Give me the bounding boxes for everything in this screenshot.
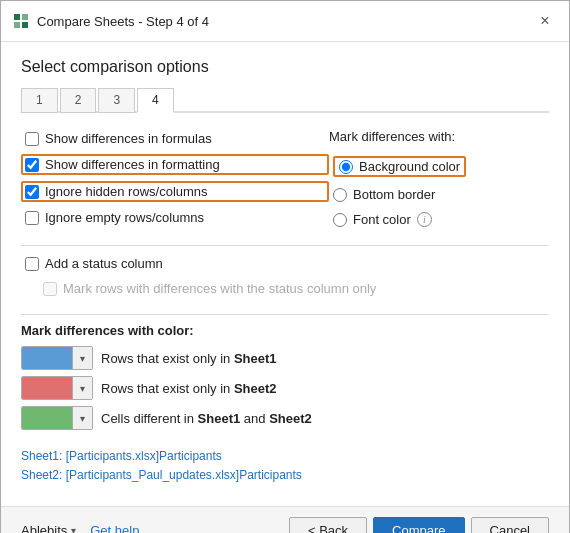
svg-rect-1 bbox=[22, 14, 28, 20]
bottom-border-label: Bottom border bbox=[353, 187, 435, 202]
ignore-empty-checkbox[interactable] bbox=[25, 211, 39, 225]
sheet2-color-swatch bbox=[22, 376, 72, 400]
sheet2-color-label: Rows that exist only in Sheet2 bbox=[101, 381, 277, 396]
bg-color-radio[interactable] bbox=[339, 160, 353, 174]
back-button[interactable]: < Back bbox=[289, 517, 367, 533]
sheet1-color-label: Rows that exist only in Sheet1 bbox=[101, 351, 277, 366]
dialog: Compare Sheets - Step 4 of 4 × Select co… bbox=[0, 0, 570, 533]
sheet2-info-link[interactable]: Sheet2: [Participants_Paul_updates.xlsx]… bbox=[21, 468, 302, 482]
font-color-radio-row: Font color i bbox=[329, 210, 549, 229]
bottom-border-radio-row: Bottom border bbox=[329, 185, 549, 204]
mark-rows-label: Mark rows with differences with the stat… bbox=[63, 281, 376, 296]
add-status-row: Add a status column bbox=[21, 254, 549, 273]
color-row-sheet1: ▾ Rows that exist only in Sheet1 bbox=[21, 346, 549, 370]
ignore-empty-label: Ignore empty rows/columns bbox=[45, 210, 204, 225]
color-row-sheet2: ▾ Rows that exist only in Sheet2 bbox=[21, 376, 549, 400]
sheet1-color-button[interactable]: ▾ bbox=[21, 346, 93, 370]
separator-1 bbox=[21, 245, 549, 246]
bg-color-highlight: Background color bbox=[333, 156, 466, 177]
add-status-label: Add a status column bbox=[45, 256, 163, 271]
color-section-title: Mark differences with color: bbox=[21, 323, 549, 338]
footer-right: < Back Compare Cancel bbox=[289, 517, 549, 533]
sheet1-info-link[interactable]: Sheet1: [Participants.xlsx]Participants bbox=[21, 449, 222, 463]
diff-sheet2-bold: Sheet2 bbox=[269, 411, 312, 426]
svg-rect-3 bbox=[22, 22, 28, 28]
footer-left: Ablebits ▾ Get help bbox=[21, 523, 139, 533]
ablebits-label: Ablebits bbox=[21, 523, 67, 533]
separator-2 bbox=[21, 314, 549, 315]
page-title: Select comparison options bbox=[21, 58, 549, 76]
mark-differences-label: Mark differences with: bbox=[329, 129, 549, 144]
tab-3[interactable]: 3 bbox=[98, 88, 135, 113]
color-section: Mark differences with color: ▾ Rows that… bbox=[21, 323, 549, 436]
close-button[interactable]: × bbox=[533, 9, 557, 33]
ignore-hidden-row: Ignore hidden rows/columns bbox=[21, 181, 329, 202]
diff-color-swatch bbox=[22, 406, 72, 430]
show-formatting-checkbox[interactable] bbox=[25, 158, 39, 172]
mark-rows-checkbox[interactable] bbox=[43, 282, 57, 296]
title-bar-left: Compare Sheets - Step 4 of 4 bbox=[13, 13, 209, 29]
ignore-hidden-checkbox[interactable] bbox=[25, 185, 39, 199]
sheet2-bold: Sheet2 bbox=[234, 381, 277, 396]
show-formatting-row: Show differences in formatting bbox=[21, 154, 329, 175]
tab-1[interactable]: 1 bbox=[21, 88, 58, 113]
tab-4[interactable]: 4 bbox=[137, 88, 174, 113]
dialog-content: Select comparison options 1 2 3 4 Show d… bbox=[1, 42, 569, 506]
svg-rect-0 bbox=[14, 14, 20, 20]
font-color-info-icon: i bbox=[417, 212, 432, 227]
bg-color-radio-row: Background color bbox=[329, 154, 549, 179]
sheet1-color-swatch bbox=[22, 346, 72, 370]
font-color-label: Font color bbox=[353, 212, 411, 227]
ablebits-dropdown-arrow: ▾ bbox=[71, 525, 76, 533]
tab-2[interactable]: 2 bbox=[60, 88, 97, 113]
options-columns: Show differences in formulas Show differ… bbox=[21, 129, 549, 229]
bg-color-label: Background color bbox=[359, 159, 460, 174]
left-column: Show differences in formulas Show differ… bbox=[21, 129, 329, 229]
app-icon bbox=[13, 13, 29, 29]
bottom-border-radio[interactable] bbox=[333, 188, 347, 202]
ignore-hidden-label: Ignore hidden rows/columns bbox=[45, 184, 208, 199]
status-section: Add a status column Mark rows with diffe… bbox=[21, 254, 549, 298]
ablebits-brand[interactable]: Ablebits ▾ bbox=[21, 523, 76, 533]
diff-sheet1-bold: Sheet1 bbox=[198, 411, 241, 426]
svg-rect-2 bbox=[14, 22, 20, 28]
info-section: Sheet1: [Participants.xlsx]Participants … bbox=[21, 448, 549, 482]
show-formulas-row: Show differences in formulas bbox=[21, 129, 329, 148]
diff-color-button[interactable]: ▾ bbox=[21, 406, 93, 430]
sheet1-bold: Sheet1 bbox=[234, 351, 277, 366]
diff-color-label: Cells different in Sheet1 and Sheet2 bbox=[101, 411, 312, 426]
title-bar: Compare Sheets - Step 4 of 4 × bbox=[1, 1, 569, 42]
font-color-radio[interactable] bbox=[333, 213, 347, 227]
footer: Ablebits ▾ Get help < Back Compare Cance… bbox=[1, 506, 569, 533]
diff-color-dropdown-arrow: ▾ bbox=[72, 406, 92, 430]
color-row-diff: ▾ Cells different in Sheet1 and Sheet2 bbox=[21, 406, 549, 430]
sheet2-color-button[interactable]: ▾ bbox=[21, 376, 93, 400]
sheet1-color-dropdown-arrow: ▾ bbox=[72, 346, 92, 370]
dialog-title: Compare Sheets - Step 4 of 4 bbox=[37, 14, 209, 29]
sheet2-color-dropdown-arrow: ▾ bbox=[72, 376, 92, 400]
cancel-button[interactable]: Cancel bbox=[471, 517, 549, 533]
show-formulas-label: Show differences in formulas bbox=[45, 131, 212, 146]
right-column: Mark differences with: Background color … bbox=[329, 129, 549, 229]
mark-rows-row: Mark rows with differences with the stat… bbox=[21, 279, 549, 298]
ignore-empty-row: Ignore empty rows/columns bbox=[21, 208, 329, 227]
get-help-link[interactable]: Get help bbox=[90, 523, 139, 533]
show-formulas-checkbox[interactable] bbox=[25, 132, 39, 146]
compare-button[interactable]: Compare bbox=[373, 517, 464, 533]
tab-bar: 1 2 3 4 bbox=[21, 88, 549, 113]
show-formatting-label: Show differences in formatting bbox=[45, 157, 220, 172]
add-status-checkbox[interactable] bbox=[25, 257, 39, 271]
